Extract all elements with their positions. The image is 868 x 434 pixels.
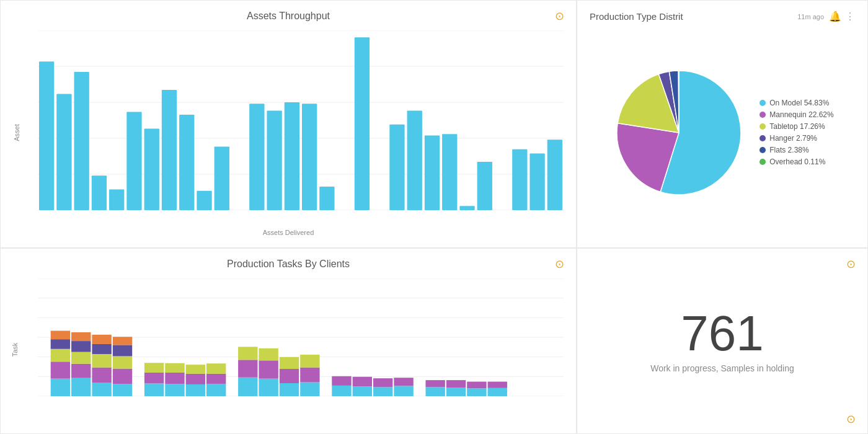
svg-rect-114: [373, 378, 392, 387]
svg-rect-20: [197, 191, 211, 210]
legend-item: Hanger 2.79%: [760, 134, 833, 143]
svg-rect-68: [51, 339, 70, 349]
svg-rect-15: [109, 190, 124, 210]
svg-rect-29: [407, 110, 422, 210]
more-icon[interactable]: ⋮: [845, 11, 855, 22]
svg-rect-90: [165, 363, 184, 373]
svg-rect-86: [144, 373, 164, 384]
legend-label: Overhead 0.11%: [769, 157, 825, 166]
svg-rect-23: [267, 110, 281, 210]
legend-label: Tabletop 17.26%: [769, 122, 825, 131]
svg-rect-70: [71, 378, 91, 396]
svg-rect-120: [446, 380, 466, 388]
svg-rect-102: [259, 348, 278, 361]
svg-rect-12: [56, 94, 71, 210]
pie-chart-svg: [611, 64, 747, 201]
svg-rect-35: [529, 154, 544, 210]
svg-rect-111: [353, 386, 372, 396]
svg-rect-78: [92, 344, 111, 354]
svg-rect-91: [186, 384, 205, 396]
legend-label: Hanger 2.79%: [769, 134, 817, 143]
svg-rect-79: [92, 335, 111, 344]
svg-rect-24: [285, 102, 299, 210]
svg-rect-106: [300, 383, 319, 396]
pie-icons: 🔔 ⋮: [829, 11, 855, 22]
svg-rect-26: [319, 187, 334, 210]
bell-icon[interactable]: 🔔: [829, 11, 841, 22]
svg-rect-107: [300, 368, 319, 383]
wip-number: 761: [681, 309, 763, 358]
svg-rect-96: [206, 363, 226, 374]
svg-rect-25: [302, 104, 317, 210]
pie-meta: 11m ago 🔔 ⋮: [797, 11, 855, 22]
time-ago: 11m ago: [797, 13, 824, 20]
svg-rect-109: [332, 386, 351, 396]
svg-rect-65: [51, 379, 70, 396]
svg-rect-33: [477, 162, 492, 210]
svg-rect-105: [280, 357, 299, 369]
svg-rect-32: [459, 206, 474, 210]
svg-rect-76: [92, 368, 111, 383]
svg-rect-101: [259, 360, 278, 378]
svg-rect-122: [467, 382, 486, 389]
svg-rect-21: [215, 146, 229, 210]
svg-rect-82: [113, 356, 132, 369]
x-axis-label-delivered: Assets Delivered: [263, 229, 314, 236]
assets-throughput-panel: Assets Throughput ⊙ Asset 2,000 1,500 1,…: [0, 0, 577, 248]
svg-rect-72: [71, 352, 91, 364]
svg-rect-108: [300, 355, 319, 368]
legend-item: Mannequin 22.62%: [760, 110, 833, 119]
svg-rect-81: [113, 369, 132, 384]
clock-icon-stat-top: ⊙: [846, 257, 859, 270]
svg-rect-97: [238, 378, 257, 396]
production-type-panel: Production Type Distrit 11m ago 🔔 ⋮ On M…: [577, 0, 868, 248]
legend-dot: [760, 159, 766, 165]
legend-dot: [760, 112, 766, 118]
wip-label: Work in progress, Samples in holding: [650, 363, 794, 373]
assets-throughput-title: Assets Throughput: [1, 1, 576, 24]
svg-rect-121: [467, 388, 486, 396]
legend-label: Flats 2.38%: [769, 146, 808, 154]
stacked-bar-chart-svg: 600 500 400 300 200 100: [38, 278, 564, 396]
svg-rect-103: [280, 383, 299, 396]
legend-item: Tabletop 17.26%: [760, 122, 833, 131]
legend-item: Flats 2.38%: [760, 146, 833, 154]
svg-rect-66: [51, 361, 70, 378]
svg-rect-112: [353, 377, 372, 387]
svg-rect-28: [389, 125, 404, 210]
svg-rect-119: [446, 388, 466, 396]
svg-rect-117: [425, 387, 445, 396]
svg-rect-31: [442, 134, 457, 210]
svg-rect-14: [92, 175, 107, 210]
legend-label: Mannequin 22.62%: [769, 110, 833, 119]
svg-rect-19: [179, 115, 194, 210]
y-axis-label-task: Task: [11, 343, 19, 357]
legend-dot: [760, 123, 766, 130]
svg-rect-80: [113, 384, 132, 396]
legend-item: On Model 54.83%: [760, 99, 833, 107]
svg-rect-123: [488, 388, 507, 396]
pie-title: Production Type Distrit: [590, 11, 683, 22]
svg-rect-124: [488, 382, 507, 388]
svg-rect-34: [512, 149, 527, 210]
svg-rect-16: [126, 112, 141, 210]
production-tasks-panel: Production Tasks By Clients ⊙ Task 600 5…: [0, 248, 577, 434]
legend-item: Overhead 0.11%: [760, 157, 833, 166]
svg-rect-85: [144, 383, 164, 396]
svg-rect-30: [425, 136, 440, 210]
pie-content: On Model 54.83%Mannequin 22.62%Tabletop …: [582, 22, 862, 242]
svg-rect-100: [259, 379, 278, 396]
svg-rect-84: [113, 337, 132, 345]
assets-throughput-chart-area: Asset 2,000 1,500 1,000 500 0 Aug 22Aug …: [1, 24, 576, 241]
assets-bar-chart-svg: 2,000 1,500 1,000 500 0 Aug 22Aug 24Aug …: [38, 30, 564, 210]
svg-rect-93: [186, 365, 205, 374]
legend-dot: [760, 147, 766, 153]
svg-rect-27: [355, 37, 370, 210]
svg-rect-89: [165, 373, 184, 384]
svg-rect-74: [71, 332, 91, 341]
svg-rect-116: [394, 378, 413, 386]
svg-rect-36: [547, 140, 562, 210]
svg-rect-87: [144, 363, 164, 373]
svg-rect-67: [51, 349, 70, 362]
pie-legend: On Model 54.83%Mannequin 22.62%Tabletop …: [760, 99, 833, 166]
